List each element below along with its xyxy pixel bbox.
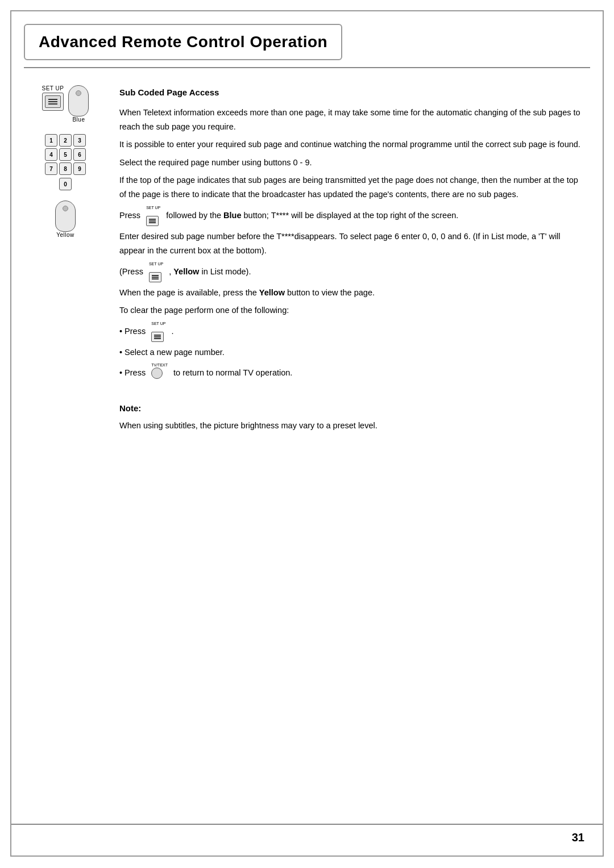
inline-setup-btn-3 — [151, 332, 164, 342]
para-5: Press SET UP followed by the Blue button… — [119, 206, 586, 226]
blue-label: Blue — [72, 116, 85, 123]
key-6: 6 — [73, 148, 86, 161]
para-12: • Press TV/TEXT to return to normal TV o… — [119, 363, 586, 383]
inline-tvtext-btn — [151, 368, 163, 379]
key-1: 1 — [45, 134, 57, 147]
inline-setup-icon-1: SET UP — [146, 206, 160, 226]
yellow-section: Yellow — [55, 201, 76, 239]
note-text: When using subtitles, the picture bright… — [119, 419, 586, 433]
para-11: • Select a new page number. — [119, 345, 586, 360]
setup-line-3 — [48, 103, 57, 105]
bold-blue: Blue — [223, 211, 241, 220]
key-0: 0 — [59, 178, 72, 190]
bold-yellow: Yellow — [173, 267, 199, 276]
para-3: Select the required page number using bu… — [119, 156, 586, 170]
key-3: 3 — [73, 134, 86, 147]
setup-line-1 — [48, 99, 57, 100]
yellow-handset-icon — [55, 201, 76, 232]
inline-setup-icon-3: SET UP — [151, 322, 165, 342]
setup-label: SET UP — [42, 85, 64, 91]
right-column: Sub Coded Page Access When Teletext info… — [119, 85, 586, 437]
para-4: If the top of the page indicates that su… — [119, 173, 586, 202]
numpad-grid: 1 2 3 4 5 6 7 8 9 — [45, 134, 86, 175]
note-title: Note: — [119, 401, 586, 416]
numpad-section: 1 2 3 4 5 6 7 8 9 0 — [45, 134, 86, 190]
title-bar: Advanced Remote Control Operation — [24, 24, 342, 60]
yellow-handset-dot — [63, 206, 68, 211]
para-9: To clear the page perform one of the fol… — [119, 303, 586, 318]
inline-setup-icon-2: SET UP — [149, 262, 163, 282]
numpad-zero-row: 0 — [59, 178, 72, 190]
key-2: 2 — [59, 134, 72, 147]
bold-yellow-2: Yellow — [259, 288, 285, 297]
key-8: 8 — [59, 162, 72, 175]
blue-handset-icon — [68, 85, 89, 116]
para-1: When Teletext information exceeds more t… — [119, 106, 586, 135]
bottom-divider — [11, 824, 603, 825]
left-column: SET UP — [28, 85, 102, 437]
key-7: 7 — [45, 162, 57, 175]
inline-setup-btn-1 — [146, 216, 159, 226]
key-9: 9 — [73, 162, 86, 175]
setup-lines — [48, 99, 57, 105]
para-7: (Press SET UP , Yellow in List mode). — [119, 262, 586, 282]
inline-tvtext-label: TV/TEXT — [151, 363, 168, 367]
handset-dot — [76, 90, 81, 96]
key-5: 5 — [59, 148, 72, 161]
page-wrapper: Advanced Remote Control Operation SET UP — [10, 10, 604, 857]
key-4: 4 — [45, 148, 57, 161]
page-number: 31 — [572, 831, 584, 844]
para-2: It is possible to enter your required su… — [119, 137, 586, 152]
yellow-label: Yellow — [56, 232, 74, 238]
inline-btn-lines-3 — [154, 335, 161, 339]
para-10: • Press SET UP . — [119, 322, 586, 342]
inline-setup-label-3: SET UP — [151, 322, 165, 326]
setup-blue-section: SET UP — [42, 85, 89, 124]
setup-line-2 — [48, 101, 57, 102]
inline-btn-lines-2 — [152, 275, 159, 279]
inline-setup-label-1: SET UP — [146, 206, 160, 210]
inline-btn-lines-1 — [149, 219, 156, 223]
content-area: SET UP — [11, 68, 603, 454]
inline-tvtext-icon: TV/TEXT — [151, 363, 168, 383]
setup-button-icon — [42, 93, 64, 111]
page-title: Advanced Remote Control Operation — [39, 33, 327, 51]
para-8: When the page is available, press the Ye… — [119, 286, 586, 300]
para-6: Enter desired sub page number before the… — [119, 229, 586, 258]
section-title: Sub Coded Page Access — [119, 85, 586, 100]
setup-button-inner — [45, 95, 61, 108]
inline-setup-btn-2 — [149, 272, 161, 282]
note-section: Note: When using subtitles, the picture … — [119, 401, 586, 433]
inline-setup-label-2: SET UP — [149, 262, 163, 266]
